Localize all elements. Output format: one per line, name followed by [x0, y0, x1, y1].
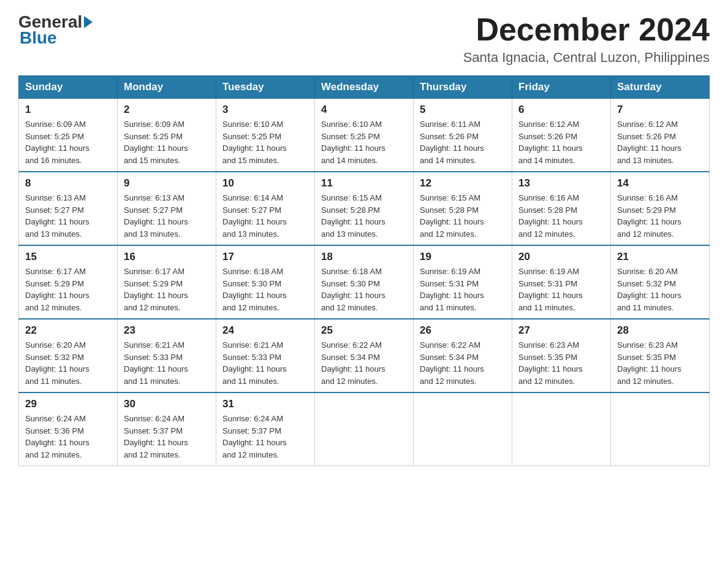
day-info: Sunrise: 6:17 AMSunset: 5:29 PMDaylight:… — [124, 266, 210, 313]
day-info: Sunrise: 6:13 AMSunset: 5:27 PMDaylight:… — [124, 192, 210, 240]
day-number: 29 — [25, 398, 111, 410]
day-number: 18 — [321, 251, 407, 263]
day-info: Sunrise: 6:12 AMSunset: 5:26 PMDaylight:… — [518, 118, 604, 166]
header-tuesday: Tuesday — [216, 76, 315, 99]
day-number: 27 — [518, 324, 604, 337]
calendar-cell: 26Sunrise: 6:22 AMSunset: 5:34 PMDayligh… — [414, 319, 512, 393]
calendar-cell: 14Sunrise: 6:16 AMSunset: 5:29 PMDayligh… — [611, 172, 710, 245]
day-info: Sunrise: 6:23 AMSunset: 5:35 PMDaylight:… — [617, 339, 703, 387]
day-number: 22 — [25, 324, 111, 337]
calendar-cell: 15Sunrise: 6:17 AMSunset: 5:29 PMDayligh… — [19, 245, 118, 319]
calendar-cell: 22Sunrise: 6:20 AMSunset: 5:32 PMDayligh… — [19, 319, 118, 393]
calendar-cell: 19Sunrise: 6:19 AMSunset: 5:31 PMDayligh… — [414, 245, 512, 319]
day-number: 9 — [124, 177, 210, 190]
logo-blue: Blue — [20, 28, 57, 47]
day-number: 13 — [518, 177, 604, 190]
day-number: 17 — [222, 251, 308, 263]
calendar-cell: 9Sunrise: 6:13 AMSunset: 5:27 PMDaylight… — [118, 172, 216, 245]
day-info: Sunrise: 6:09 AMSunset: 5:25 PMDaylight:… — [124, 118, 210, 166]
logo-arrow-icon — [84, 16, 93, 28]
day-info: Sunrise: 6:22 AMSunset: 5:34 PMDaylight:… — [420, 339, 506, 387]
day-info: Sunrise: 6:18 AMSunset: 5:30 PMDaylight:… — [321, 266, 407, 313]
day-info: Sunrise: 6:19 AMSunset: 5:31 PMDaylight:… — [420, 266, 506, 313]
day-number: 7 — [617, 104, 703, 116]
calendar-cell: 13Sunrise: 6:16 AMSunset: 5:28 PMDayligh… — [512, 172, 611, 245]
day-info: Sunrise: 6:16 AMSunset: 5:29 PMDaylight:… — [617, 192, 703, 240]
day-number: 4 — [321, 104, 407, 116]
calendar-cell: 7Sunrise: 6:12 AMSunset: 5:26 PMDaylight… — [611, 99, 710, 172]
calendar-cell — [414, 393, 512, 466]
day-info: Sunrise: 6:13 AMSunset: 5:27 PMDaylight:… — [25, 192, 111, 240]
calendar-cell: 8Sunrise: 6:13 AMSunset: 5:27 PMDaylight… — [19, 172, 118, 245]
calendar-cell: 24Sunrise: 6:21 AMSunset: 5:33 PMDayligh… — [216, 319, 315, 393]
day-info: Sunrise: 6:21 AMSunset: 5:33 PMDaylight:… — [222, 339, 308, 387]
day-number: 3 — [222, 104, 308, 116]
day-number: 26 — [420, 324, 506, 337]
logo: General Blue — [18, 12, 93, 48]
calendar-cell: 18Sunrise: 6:18 AMSunset: 5:30 PMDayligh… — [315, 245, 414, 319]
header-monday: Monday — [118, 76, 216, 99]
calendar-cell: 27Sunrise: 6:23 AMSunset: 5:35 PMDayligh… — [512, 319, 611, 393]
calendar-cell: 12Sunrise: 6:15 AMSunset: 5:28 PMDayligh… — [414, 172, 512, 245]
day-info: Sunrise: 6:11 AMSunset: 5:26 PMDaylight:… — [420, 118, 506, 166]
calendar-cell: 10Sunrise: 6:14 AMSunset: 5:27 PMDayligh… — [216, 172, 315, 245]
calendar-cell: 4Sunrise: 6:10 AMSunset: 5:25 PMDaylight… — [315, 99, 414, 172]
day-info: Sunrise: 6:10 AMSunset: 5:25 PMDaylight:… — [222, 118, 308, 166]
calendar-cell: 3Sunrise: 6:10 AMSunset: 5:25 PMDaylight… — [216, 99, 315, 172]
calendar-week-3: 15Sunrise: 6:17 AMSunset: 5:29 PMDayligh… — [19, 245, 710, 319]
day-number: 25 — [321, 324, 407, 337]
day-info: Sunrise: 6:22 AMSunset: 5:34 PMDaylight:… — [321, 339, 407, 387]
calendar-cell: 28Sunrise: 6:23 AMSunset: 5:35 PMDayligh… — [611, 319, 710, 393]
day-number: 2 — [124, 104, 210, 116]
calendar-cell: 25Sunrise: 6:22 AMSunset: 5:34 PMDayligh… — [315, 319, 414, 393]
day-number: 31 — [222, 398, 308, 410]
day-number: 12 — [420, 177, 506, 190]
day-info: Sunrise: 6:20 AMSunset: 5:32 PMDaylight:… — [617, 266, 703, 313]
calendar-table: SundayMondayTuesdayWednesdayThursdayFrid… — [18, 75, 710, 466]
day-info: Sunrise: 6:15 AMSunset: 5:28 PMDaylight:… — [420, 192, 506, 240]
day-number: 16 — [124, 251, 210, 263]
calendar-week-4: 22Sunrise: 6:20 AMSunset: 5:32 PMDayligh… — [19, 319, 710, 393]
page-header: General Blue December 2024 Santa Ignacia… — [18, 12, 710, 66]
location-title: Santa Ignacia, Central Luzon, Philippine… — [463, 50, 710, 66]
day-info: Sunrise: 6:19 AMSunset: 5:31 PMDaylight:… — [518, 266, 604, 313]
calendar-cell: 6Sunrise: 6:12 AMSunset: 5:26 PMDaylight… — [512, 99, 611, 172]
calendar-cell: 2Sunrise: 6:09 AMSunset: 5:25 PMDaylight… — [118, 99, 216, 172]
day-info: Sunrise: 6:15 AMSunset: 5:28 PMDaylight:… — [321, 192, 407, 240]
calendar-cell: 21Sunrise: 6:20 AMSunset: 5:32 PMDayligh… — [611, 245, 710, 319]
day-info: Sunrise: 6:24 AMSunset: 5:36 PMDaylight:… — [25, 413, 111, 461]
day-number: 1 — [25, 104, 111, 116]
day-number: 15 — [25, 251, 111, 263]
day-number: 10 — [222, 177, 308, 190]
header-friday: Friday — [512, 76, 611, 99]
day-number: 23 — [124, 324, 210, 337]
day-info: Sunrise: 6:10 AMSunset: 5:25 PMDaylight:… — [321, 118, 407, 166]
header-saturday: Saturday — [611, 76, 710, 99]
day-number: 28 — [617, 324, 703, 337]
day-number: 5 — [420, 104, 506, 116]
day-number: 24 — [222, 324, 308, 337]
day-number: 8 — [25, 177, 111, 190]
calendar-cell: 11Sunrise: 6:15 AMSunset: 5:28 PMDayligh… — [315, 172, 414, 245]
calendar-cell: 30Sunrise: 6:24 AMSunset: 5:37 PMDayligh… — [118, 393, 216, 466]
day-number: 14 — [617, 177, 703, 190]
calendar-cell: 1Sunrise: 6:09 AMSunset: 5:25 PMDaylight… — [19, 99, 118, 172]
calendar-week-5: 29Sunrise: 6:24 AMSunset: 5:36 PMDayligh… — [19, 393, 710, 466]
day-info: Sunrise: 6:17 AMSunset: 5:29 PMDaylight:… — [25, 266, 111, 313]
calendar-cell: 17Sunrise: 6:18 AMSunset: 5:30 PMDayligh… — [216, 245, 315, 319]
day-number: 11 — [321, 177, 407, 190]
day-number: 21 — [617, 251, 703, 263]
day-number: 6 — [518, 104, 604, 116]
day-info: Sunrise: 6:09 AMSunset: 5:25 PMDaylight:… — [25, 118, 111, 166]
day-number: 19 — [420, 251, 506, 263]
day-info: Sunrise: 6:14 AMSunset: 5:27 PMDaylight:… — [222, 192, 308, 240]
header-thursday: Thursday — [414, 76, 512, 99]
day-info: Sunrise: 6:21 AMSunset: 5:33 PMDaylight:… — [124, 339, 210, 387]
day-info: Sunrise: 6:20 AMSunset: 5:32 PMDaylight:… — [25, 339, 111, 387]
calendar-cell: 5Sunrise: 6:11 AMSunset: 5:26 PMDaylight… — [414, 99, 512, 172]
month-title: December 2024 — [463, 12, 710, 47]
title-area: December 2024 Santa Ignacia, Central Luz… — [463, 12, 710, 66]
calendar-cell — [315, 393, 414, 466]
day-info: Sunrise: 6:24 AMSunset: 5:37 PMDaylight:… — [222, 413, 308, 461]
calendar-week-1: 1Sunrise: 6:09 AMSunset: 5:25 PMDaylight… — [19, 99, 710, 172]
